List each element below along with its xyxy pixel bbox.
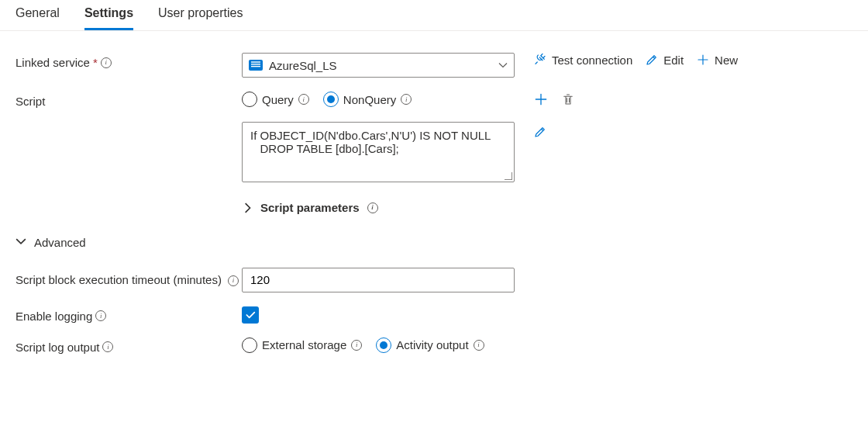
script-parameters-label: Script parameters: [260, 201, 360, 214]
radio-circle: [323, 92, 339, 107]
enable-logging-checkbox[interactable]: [242, 306, 259, 324]
plus-icon: [696, 53, 710, 67]
tab-general[interactable]: General: [16, 6, 60, 30]
log-output-radio-group: External storage i Activity output i: [242, 337, 515, 353]
radio-circle: [376, 337, 391, 353]
radio-activity-output[interactable]: Activity output i: [376, 337, 484, 353]
delete-script-button[interactable]: [561, 92, 575, 106]
test-connection-label: Test connection: [552, 54, 632, 67]
radio-external-storage[interactable]: External storage i: [242, 337, 362, 353]
info-icon[interactable]: i: [101, 57, 112, 68]
info-icon[interactable]: i: [351, 340, 362, 351]
radio-activity-output-label: Activity output: [396, 338, 468, 351]
linked-service-label-text: Linked service: [16, 56, 90, 69]
tab-settings[interactable]: Settings: [84, 6, 133, 30]
radio-query[interactable]: Query i: [242, 92, 309, 107]
radio-nonquery-label: NonQuery: [343, 93, 396, 106]
script-type-radio-group: Query i NonQuery i: [242, 92, 515, 107]
chevron-down-icon: [16, 236, 26, 249]
add-script-button[interactable]: [533, 92, 549, 107]
required-asterisk: *: [93, 56, 98, 69]
enable-logging-label: Enable logging i: [16, 306, 242, 323]
info-icon[interactable]: i: [95, 310, 106, 321]
radio-circle: [242, 92, 257, 107]
info-icon[interactable]: i: [474, 340, 484, 351]
radio-circle: [242, 337, 257, 353]
timeout-label: Script block execution timeout (minutes)…: [16, 268, 242, 289]
radio-query-label: Query: [262, 93, 294, 106]
new-label: New: [715, 54, 738, 67]
radio-nonquery[interactable]: NonQuery i: [323, 92, 412, 107]
radio-external-storage-label: External storage: [262, 338, 346, 351]
tab-user-properties[interactable]: User properties: [158, 6, 243, 30]
script-label-text: Script: [16, 95, 45, 108]
linked-service-value: AzureSql_LS: [269, 59, 492, 72]
test-connection-button[interactable]: Test connection: [533, 53, 632, 67]
enable-logging-label-text: Enable logging: [16, 310, 92, 323]
plug-icon: [533, 53, 547, 67]
sql-icon: [249, 60, 263, 71]
script-parameters-expander[interactable]: Script parameters i: [242, 201, 378, 214]
script-textarea[interactable]: If OBJECT_ID(N'dbo.Cars',N'U') IS NOT NU…: [242, 122, 515, 182]
linked-service-label: Linked service * i: [16, 53, 242, 69]
edit-button[interactable]: Edit: [645, 53, 684, 67]
new-button[interactable]: New: [696, 53, 738, 67]
tabs: General Settings User properties: [0, 0, 868, 31]
chevron-right-icon: [242, 202, 253, 213]
log-output-label-text: Script log output: [16, 341, 99, 354]
linked-service-select[interactable]: AzureSql_LS: [242, 53, 515, 78]
log-output-label: Script log output i: [16, 337, 242, 354]
info-icon[interactable]: i: [401, 94, 412, 105]
timeout-input[interactable]: [242, 268, 515, 292]
info-icon[interactable]: i: [298, 94, 309, 105]
advanced-label: Advanced: [34, 236, 86, 249]
advanced-expander[interactable]: Advanced: [16, 236, 86, 249]
info-icon[interactable]: i: [228, 275, 239, 286]
info-icon[interactable]: i: [102, 341, 113, 352]
script-label: Script: [16, 92, 242, 108]
chevron-down-icon: [498, 61, 508, 70]
pencil-icon: [645, 53, 659, 67]
edit-script-button[interactable]: [533, 125, 547, 139]
timeout-label-text: Script block execution timeout (minutes): [16, 273, 222, 286]
edit-label: Edit: [663, 54, 684, 67]
info-icon[interactable]: i: [367, 202, 378, 213]
